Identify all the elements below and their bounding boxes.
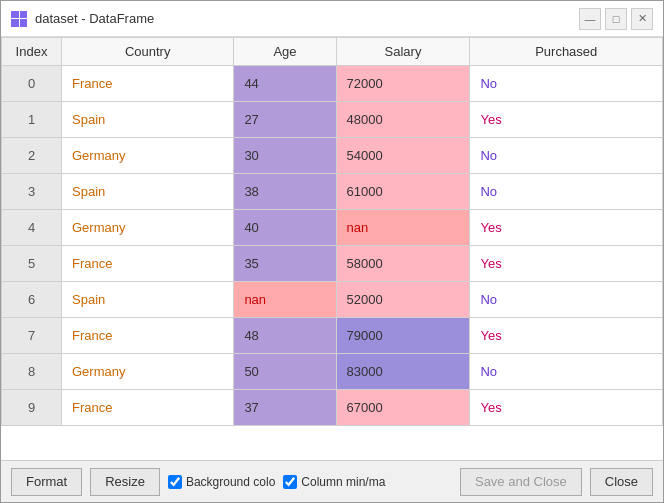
table-header-row: Index Country Age Salary Purchased bbox=[2, 38, 663, 66]
cell-country: Spain bbox=[62, 174, 234, 210]
cell-age: 38 bbox=[234, 174, 336, 210]
cell-index: 1 bbox=[2, 102, 62, 138]
maximize-button[interactable]: □ bbox=[605, 8, 627, 30]
close-window-button[interactable]: ✕ bbox=[631, 8, 653, 30]
cell-salary: 67000 bbox=[336, 390, 470, 426]
cell-index: 4 bbox=[2, 210, 62, 246]
cell-age: 37 bbox=[234, 390, 336, 426]
cell-age: 44 bbox=[234, 66, 336, 102]
background-color-label: Background colo bbox=[186, 475, 275, 489]
minimize-button[interactable]: — bbox=[579, 8, 601, 30]
table-row: 5France3558000Yes bbox=[2, 246, 663, 282]
title-bar: dataset - DataFrame — □ ✕ bbox=[1, 1, 663, 37]
col-header-purchased: Purchased bbox=[470, 38, 663, 66]
table-row: 7France4879000Yes bbox=[2, 318, 663, 354]
cell-index: 7 bbox=[2, 318, 62, 354]
title-controls: — □ ✕ bbox=[579, 8, 653, 30]
cell-purchased: Yes bbox=[470, 390, 663, 426]
cell-age: 30 bbox=[234, 138, 336, 174]
cell-salary: 61000 bbox=[336, 174, 470, 210]
col-header-country: Country bbox=[62, 38, 234, 66]
cell-salary: 52000 bbox=[336, 282, 470, 318]
cell-country: Spain bbox=[62, 102, 234, 138]
cell-purchased: Yes bbox=[470, 210, 663, 246]
table-row: 9France3767000Yes bbox=[2, 390, 663, 426]
cell-purchased: Yes bbox=[470, 102, 663, 138]
cell-country: France bbox=[62, 318, 234, 354]
cell-purchased: No bbox=[470, 138, 663, 174]
save-close-button[interactable]: Save and Close bbox=[460, 468, 582, 496]
cell-salary: 54000 bbox=[336, 138, 470, 174]
cell-salary: 72000 bbox=[336, 66, 470, 102]
column-minmax-checkbox[interactable] bbox=[283, 475, 297, 489]
footer-bar: Format Resize Background colo Column min… bbox=[1, 460, 663, 502]
table-row: 2Germany3054000No bbox=[2, 138, 663, 174]
col-header-age: Age bbox=[234, 38, 336, 66]
dataframe-table-container: Index Country Age Salary Purchased 0Fran… bbox=[1, 37, 663, 460]
cell-age: 40 bbox=[234, 210, 336, 246]
cell-country: France bbox=[62, 66, 234, 102]
cell-index: 5 bbox=[2, 246, 62, 282]
table-row: 8Germany5083000No bbox=[2, 354, 663, 390]
cell-salary: 48000 bbox=[336, 102, 470, 138]
table-row: 4Germany40nanYes bbox=[2, 210, 663, 246]
cell-index: 3 bbox=[2, 174, 62, 210]
column-minmax-label: Column min/ma bbox=[301, 475, 385, 489]
main-window: dataset - DataFrame — □ ✕ Index Country … bbox=[0, 0, 664, 503]
cell-age: 27 bbox=[234, 102, 336, 138]
table-row: 0France4472000No bbox=[2, 66, 663, 102]
cell-purchased: No bbox=[470, 174, 663, 210]
cell-country: Germany bbox=[62, 138, 234, 174]
window-title: dataset - DataFrame bbox=[35, 11, 154, 26]
table-row: 6Spainnan52000No bbox=[2, 282, 663, 318]
cell-purchased: Yes bbox=[470, 246, 663, 282]
cell-age: 35 bbox=[234, 246, 336, 282]
col-header-salary: Salary bbox=[336, 38, 470, 66]
grid-icon bbox=[11, 11, 27, 27]
cell-country: Spain bbox=[62, 282, 234, 318]
table-row: 3Spain3861000No bbox=[2, 174, 663, 210]
cell-country: Germany bbox=[62, 354, 234, 390]
close-button[interactable]: Close bbox=[590, 468, 653, 496]
cell-salary: 58000 bbox=[336, 246, 470, 282]
cell-country: Germany bbox=[62, 210, 234, 246]
cell-salary: 83000 bbox=[336, 354, 470, 390]
title-bar-left: dataset - DataFrame bbox=[11, 11, 154, 27]
cell-age: nan bbox=[234, 282, 336, 318]
cell-salary: 79000 bbox=[336, 318, 470, 354]
cell-index: 2 bbox=[2, 138, 62, 174]
resize-button[interactable]: Resize bbox=[90, 468, 160, 496]
cell-purchased: No bbox=[470, 282, 663, 318]
cell-index: 9 bbox=[2, 390, 62, 426]
cell-purchased: No bbox=[470, 66, 663, 102]
cell-index: 0 bbox=[2, 66, 62, 102]
cell-country: France bbox=[62, 390, 234, 426]
dataframe-table: Index Country Age Salary Purchased 0Fran… bbox=[1, 37, 663, 426]
cell-purchased: No bbox=[470, 354, 663, 390]
cell-purchased: Yes bbox=[470, 318, 663, 354]
cell-salary: nan bbox=[336, 210, 470, 246]
cell-index: 8 bbox=[2, 354, 62, 390]
table-row: 1Spain2748000Yes bbox=[2, 102, 663, 138]
cell-age: 48 bbox=[234, 318, 336, 354]
format-button[interactable]: Format bbox=[11, 468, 82, 496]
cell-country: France bbox=[62, 246, 234, 282]
cell-age: 50 bbox=[234, 354, 336, 390]
column-minmax-checkbox-group: Column min/ma bbox=[283, 475, 385, 489]
background-color-checkbox-group: Background colo bbox=[168, 475, 275, 489]
background-color-checkbox[interactable] bbox=[168, 475, 182, 489]
col-header-index: Index bbox=[2, 38, 62, 66]
cell-index: 6 bbox=[2, 282, 62, 318]
